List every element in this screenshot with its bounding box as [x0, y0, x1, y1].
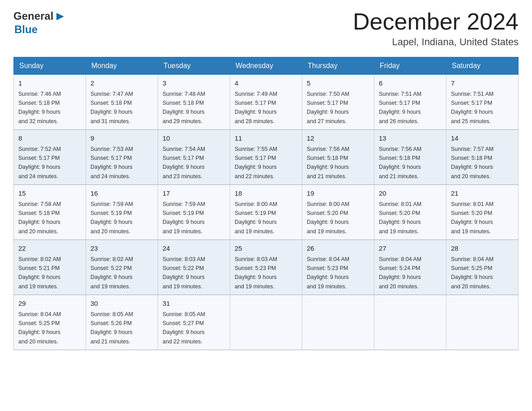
weekday-header-wednesday: Wednesday	[230, 57, 302, 75]
calendar-cell: 26Sunrise: 8:04 AMSunset: 5:23 PMDayligh…	[302, 240, 374, 295]
day-info: Sunrise: 8:04 AMSunset: 5:23 PMDaylight:…	[307, 256, 349, 290]
day-info: Sunrise: 7:49 AMSunset: 5:17 PMDaylight:…	[235, 91, 277, 124]
calendar-cell: 6Sunrise: 7:51 AMSunset: 5:17 PMDaylight…	[374, 75, 446, 130]
day-info: Sunrise: 7:57 AMSunset: 5:18 PMDaylight:…	[451, 146, 493, 180]
day-number: 9	[90, 133, 153, 144]
calendar-cell: 27Sunrise: 8:04 AMSunset: 5:24 PMDayligh…	[374, 240, 446, 295]
calendar-cell: 30Sunrise: 8:05 AMSunset: 5:26 PMDayligh…	[86, 295, 158, 350]
day-info: Sunrise: 8:01 AMSunset: 5:20 PMDaylight:…	[451, 201, 493, 235]
logo-general-text: General	[13, 10, 53, 22]
day-number: 27	[379, 244, 442, 254]
calendar-week-row: 1Sunrise: 7:46 AMSunset: 5:18 PMDaylight…	[14, 75, 519, 130]
day-info: Sunrise: 8:03 AMSunset: 5:22 PMDaylight:…	[163, 256, 205, 290]
day-info: Sunrise: 7:56 AMSunset: 5:18 PMDaylight:…	[379, 146, 421, 180]
day-info: Sunrise: 7:54 AMSunset: 5:17 PMDaylight:…	[163, 146, 205, 180]
day-info: Sunrise: 7:53 AMSunset: 5:17 PMDaylight:…	[90, 146, 133, 180]
calendar-week-row: 22Sunrise: 8:02 AMSunset: 5:21 PMDayligh…	[14, 240, 519, 295]
day-number: 1	[18, 78, 81, 89]
calendar-week-row: 8Sunrise: 7:52 AMSunset: 5:17 PMDaylight…	[14, 130, 519, 185]
calendar-cell: 12Sunrise: 7:56 AMSunset: 5:18 PMDayligh…	[302, 130, 374, 185]
calendar-cell: 8Sunrise: 7:52 AMSunset: 5:17 PMDaylight…	[14, 130, 86, 185]
calendar-cell: 17Sunrise: 7:59 AMSunset: 5:19 PMDayligh…	[158, 185, 230, 240]
calendar-cell	[302, 295, 374, 350]
calendar-cell: 31Sunrise: 8:05 AMSunset: 5:27 PMDayligh…	[158, 295, 230, 350]
calendar-cell: 21Sunrise: 8:01 AMSunset: 5:20 PMDayligh…	[446, 185, 519, 240]
logo-arrow-icon: ►	[54, 9, 66, 23]
calendar-body: 1Sunrise: 7:46 AMSunset: 5:18 PMDaylight…	[14, 75, 519, 350]
day-number: 17	[163, 188, 225, 199]
calendar-cell: 11Sunrise: 7:55 AMSunset: 5:17 PMDayligh…	[230, 130, 302, 185]
day-info: Sunrise: 7:59 AMSunset: 5:19 PMDaylight:…	[163, 201, 205, 235]
calendar-cell: 13Sunrise: 7:56 AMSunset: 5:18 PMDayligh…	[374, 130, 446, 185]
calendar-cell: 28Sunrise: 8:04 AMSunset: 5:25 PMDayligh…	[446, 240, 519, 295]
day-number: 23	[90, 244, 153, 254]
calendar-cell: 3Sunrise: 7:48 AMSunset: 5:18 PMDaylight…	[158, 75, 230, 130]
calendar-week-row: 29Sunrise: 8:04 AMSunset: 5:25 PMDayligh…	[14, 295, 519, 350]
calendar-cell: 23Sunrise: 8:02 AMSunset: 5:22 PMDayligh…	[86, 240, 158, 295]
day-info: Sunrise: 8:05 AMSunset: 5:26 PMDaylight:…	[90, 311, 133, 345]
logo: General ► Blue	[13, 9, 67, 36]
calendar-cell: 4Sunrise: 7:49 AMSunset: 5:17 PMDaylight…	[230, 75, 302, 130]
day-info: Sunrise: 8:00 AMSunset: 5:20 PMDaylight:…	[307, 201, 349, 235]
day-info: Sunrise: 7:51 AMSunset: 5:17 PMDaylight:…	[451, 91, 493, 124]
day-info: Sunrise: 7:55 AMSunset: 5:17 PMDaylight:…	[235, 146, 277, 180]
day-info: Sunrise: 8:02 AMSunset: 5:22 PMDaylight:…	[90, 256, 133, 290]
calendar-table: SundayMondayTuesdayWednesdayThursdayFrid…	[13, 57, 519, 350]
page-header: General ► Blue December 2024 Lapel, Indi…	[13, 9, 519, 48]
weekday-header-row: SundayMondayTuesdayWednesdayThursdayFrid…	[14, 57, 519, 75]
day-number: 13	[379, 133, 442, 144]
day-number: 22	[18, 244, 81, 254]
day-info: Sunrise: 8:00 AMSunset: 5:19 PMDaylight:…	[235, 201, 277, 235]
day-info: Sunrise: 7:47 AMSunset: 5:18 PMDaylight:…	[90, 91, 133, 124]
calendar-cell: 19Sunrise: 8:00 AMSunset: 5:20 PMDayligh…	[302, 185, 374, 240]
calendar-cell: 5Sunrise: 7:50 AMSunset: 5:17 PMDaylight…	[302, 75, 374, 130]
day-info: Sunrise: 7:48 AMSunset: 5:18 PMDaylight:…	[163, 91, 205, 124]
day-info: Sunrise: 8:04 AMSunset: 5:24 PMDaylight:…	[379, 256, 421, 290]
day-info: Sunrise: 7:52 AMSunset: 5:17 PMDaylight:…	[18, 146, 61, 180]
day-number: 15	[18, 188, 81, 199]
location-subtitle: Lapel, Indiana, United States	[353, 36, 519, 48]
day-number: 25	[235, 244, 297, 254]
day-number: 20	[379, 188, 442, 199]
day-number: 18	[235, 188, 297, 199]
weekday-header-friday: Friday	[374, 57, 446, 75]
day-number: 4	[235, 78, 297, 89]
calendar-cell: 16Sunrise: 7:59 AMSunset: 5:19 PMDayligh…	[86, 185, 158, 240]
day-info: Sunrise: 7:58 AMSunset: 5:18 PMDaylight:…	[18, 201, 61, 235]
day-number: 6	[379, 78, 442, 89]
day-number: 29	[18, 299, 81, 309]
day-number: 5	[307, 78, 369, 89]
day-info: Sunrise: 7:46 AMSunset: 5:18 PMDaylight:…	[18, 91, 61, 124]
calendar-cell	[446, 295, 519, 350]
month-title: December 2024	[353, 9, 519, 34]
day-number: 26	[307, 244, 369, 254]
calendar-cell: 9Sunrise: 7:53 AMSunset: 5:17 PMDaylight…	[86, 130, 158, 185]
calendar-cell: 7Sunrise: 7:51 AMSunset: 5:17 PMDaylight…	[446, 75, 519, 130]
calendar-cell: 15Sunrise: 7:58 AMSunset: 5:18 PMDayligh…	[14, 185, 86, 240]
day-info: Sunrise: 7:51 AMSunset: 5:17 PMDaylight:…	[379, 91, 421, 124]
day-number: 19	[307, 188, 369, 199]
day-number: 16	[90, 188, 153, 199]
weekday-header-thursday: Thursday	[302, 57, 374, 75]
title-section: December 2024 Lapel, Indiana, United Sta…	[353, 9, 519, 48]
day-number: 3	[163, 78, 225, 89]
logo-blue-text: Blue	[14, 23, 38, 35]
calendar-cell: 1Sunrise: 7:46 AMSunset: 5:18 PMDaylight…	[14, 75, 86, 130]
day-info: Sunrise: 8:04 AMSunset: 5:25 PMDaylight:…	[451, 256, 493, 290]
day-info: Sunrise: 7:50 AMSunset: 5:17 PMDaylight:…	[307, 91, 349, 124]
weekday-header-saturday: Saturday	[446, 57, 519, 75]
calendar-cell: 2Sunrise: 7:47 AMSunset: 5:18 PMDaylight…	[86, 75, 158, 130]
day-number: 14	[451, 133, 514, 144]
day-number: 21	[451, 188, 514, 199]
calendar-cell: 14Sunrise: 7:57 AMSunset: 5:18 PMDayligh…	[446, 130, 519, 185]
day-info: Sunrise: 8:01 AMSunset: 5:20 PMDaylight:…	[379, 201, 421, 235]
day-number: 12	[307, 133, 369, 144]
day-number: 28	[451, 244, 514, 254]
calendar-week-row: 15Sunrise: 7:58 AMSunset: 5:18 PMDayligh…	[14, 185, 519, 240]
day-number: 24	[163, 244, 225, 254]
day-info: Sunrise: 7:56 AMSunset: 5:18 PMDaylight:…	[307, 146, 349, 180]
day-number: 8	[18, 133, 81, 144]
calendar-cell	[374, 295, 446, 350]
day-number: 30	[90, 299, 153, 309]
weekday-header-tuesday: Tuesday	[158, 57, 230, 75]
